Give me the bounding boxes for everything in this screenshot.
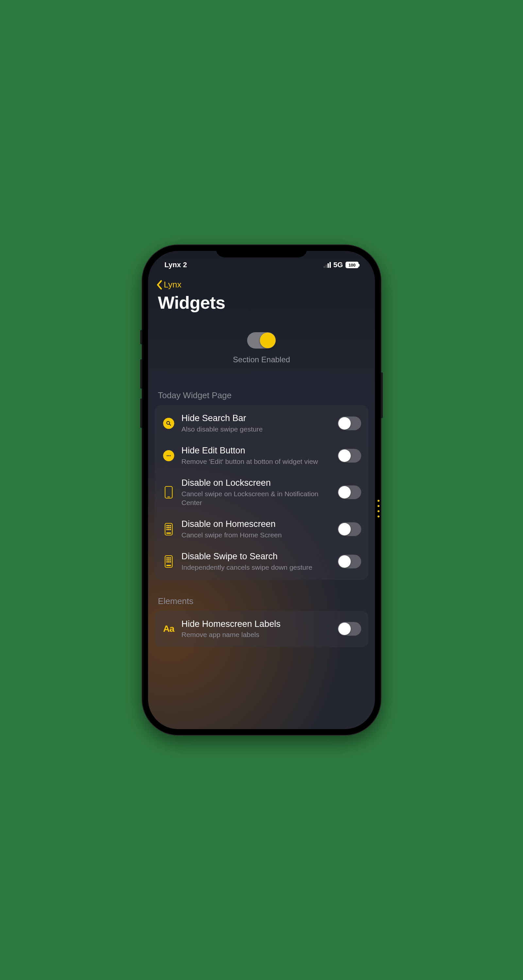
svg-point-4 [170, 455, 171, 456]
battery-level: 100 [346, 262, 358, 267]
toggle-hide-edit-button[interactable] [338, 449, 361, 463]
svg-rect-15 [168, 529, 169, 530]
row-subtitle: Also disable swipe gesture [182, 425, 332, 433]
group-today-widget: Hide Search Bar Also disable swipe gestu… [155, 405, 368, 580]
svg-rect-26 [168, 561, 169, 563]
power-button [381, 372, 383, 418]
svg-rect-6 [167, 496, 170, 497]
homescreen-grid-icon [162, 522, 175, 536]
row-disable-swipe-search: Disable Swipe to Search Independently ca… [155, 545, 368, 578]
row-hide-homescreen-labels: Aa Hide Homescreen Labels Remove app nam… [155, 613, 368, 645]
row-disable-lockscreen: Disable on Lockscreen Cancel swipe on Lo… [155, 472, 368, 513]
svg-rect-21 [170, 557, 171, 558]
row-subtitle: Remove app name labels [182, 630, 332, 639]
svg-rect-16 [170, 529, 171, 530]
row-hide-edit-button: Hide Edit Button Remove 'Edit' button at… [155, 439, 368, 472]
mute-switch [140, 330, 142, 344]
ellipsis-icon [163, 450, 174, 461]
row-hide-search-bar: Hide Search Bar Also disable swipe gestu… [155, 407, 368, 439]
row-subtitle: Cancel swipe from Home Screen [182, 530, 332, 539]
toggle-disable-swipe-search[interactable] [338, 555, 361, 568]
volume-down-button [140, 399, 142, 428]
row-title: Hide Edit Button [182, 445, 332, 457]
section-enable-toggle[interactable] [247, 332, 276, 348]
group-elements: Aa Hide Homescreen Labels Remove app nam… [155, 611, 368, 647]
group-header-elements: Elements [148, 580, 375, 609]
status-app-name: Lynx 2 [163, 261, 187, 269]
svg-rect-10 [170, 525, 171, 526]
row-disable-homescreen: Disable on Homescreen Cancel swipe from … [155, 513, 368, 545]
page-title: Widgets [148, 293, 375, 317]
toggle-hide-homescreen-labels[interactable] [338, 622, 361, 636]
svg-point-2 [167, 455, 168, 456]
text-aa-icon: Aa [162, 622, 175, 636]
homescreen-grid-icon [162, 555, 175, 568]
toggle-hide-search-bar[interactable] [338, 417, 361, 430]
battery-icon: 100 [346, 262, 359, 268]
section-enable-caption: Section Enabled [233, 355, 290, 364]
row-title: Disable Swipe to Search [182, 551, 332, 562]
row-subtitle: Remove 'Edit' button at botton of widget… [182, 457, 332, 466]
signal-icon [324, 262, 331, 268]
row-title: Disable on Homescreen [182, 519, 332, 530]
svg-rect-5 [165, 487, 172, 498]
phone-frame: Lynx 2 5G 100 Lynx Widgets [142, 245, 381, 735]
group-header-today: Today Widget Page [148, 374, 375, 404]
svg-rect-20 [168, 557, 169, 558]
svg-line-1 [169, 424, 171, 425]
svg-point-3 [168, 455, 169, 456]
svg-rect-27 [170, 561, 171, 563]
section-enable-block: Section Enabled [148, 317, 375, 374]
svg-rect-22 [166, 559, 168, 560]
svg-rect-12 [168, 527, 169, 528]
svg-rect-11 [166, 527, 168, 528]
toggle-disable-lockscreen[interactable] [338, 485, 361, 499]
svg-rect-28 [166, 565, 171, 566]
row-subtitle: Independently cancels swipe down gesture [182, 563, 332, 572]
row-title: Hide Homescreen Labels [182, 619, 332, 630]
svg-rect-13 [170, 527, 171, 528]
side-indicator-dots [378, 500, 379, 517]
svg-rect-24 [170, 559, 171, 560]
row-title: Hide Search Bar [182, 413, 332, 424]
svg-rect-23 [168, 559, 169, 560]
status-bar: Lynx 2 5G 100 [148, 251, 375, 272]
row-title: Disable on Lockscreen [182, 477, 332, 489]
svg-rect-8 [166, 525, 168, 526]
volume-up-button [140, 360, 142, 389]
svg-rect-19 [166, 557, 168, 558]
search-icon [163, 418, 174, 429]
chevron-left-icon [156, 280, 163, 290]
phone-outline-icon [162, 485, 175, 499]
svg-rect-17 [166, 533, 171, 534]
svg-rect-9 [168, 525, 169, 526]
toggle-disable-homescreen[interactable] [338, 522, 361, 536]
back-button[interactable]: Lynx [148, 272, 375, 293]
back-label: Lynx [164, 280, 182, 290]
screen: Lynx 2 5G 100 Lynx Widgets [148, 251, 375, 729]
svg-rect-14 [166, 529, 168, 530]
network-label: 5G [333, 261, 343, 269]
svg-rect-25 [166, 561, 168, 563]
row-subtitle: Cancel swipe on Lockscreen & in Notifica… [182, 489, 332, 508]
